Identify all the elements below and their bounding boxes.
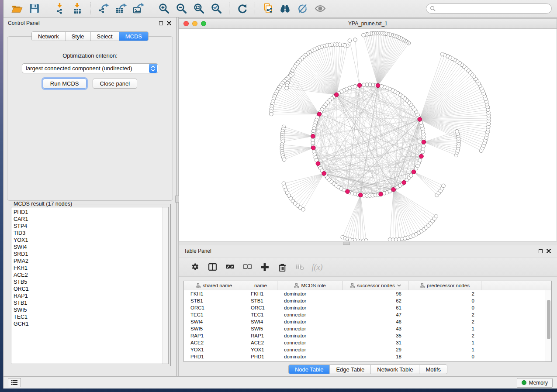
table-row[interactable]: FKH1FKH1dominator962 [184,290,546,297]
show-annotations-icon[interactable] [314,2,327,15]
network-node[interactable] [388,189,392,193]
mcds-result-item[interactable]: CAR1 [11,216,168,223]
table-cell[interactable]: 1 [408,346,481,353]
mcds-result-item[interactable]: SWI5 [11,306,168,313]
table-row[interactable]: ACE2ACE2connector311 [184,339,546,346]
table-cell[interactable]: dominator [277,290,343,297]
close-panel-button[interactable]: Close panel [93,79,138,89]
table-cell[interactable]: 35 [343,332,408,339]
table-cell[interactable]: dominator [277,304,343,311]
mcds-hub-node[interactable] [317,112,322,117]
table-cell[interactable]: RAP1 [184,332,244,339]
binoculars-icon[interactable] [279,2,292,15]
table-cell[interactable]: dominator [277,353,343,360]
network-graph[interactable] [179,29,557,241]
deselect-all-icon[interactable] [240,261,255,274]
run-mcds-button[interactable]: Run MCDS [43,79,86,89]
delete-column-icon[interactable] [275,261,290,274]
table-cell[interactable]: 2 [408,311,481,318]
network-node[interactable] [434,214,438,218]
close-panel-icon[interactable] [167,21,171,25]
table-cell[interactable]: 18 [343,353,408,360]
memory-button[interactable]: Memory [517,378,553,388]
refresh-view-icon[interactable] [235,2,249,15]
mcds-hub-node[interactable] [334,93,339,97]
table-cell[interactable]: dominator [277,297,343,304]
table-row[interactable]: ORC1ORC1dominator610 [184,304,546,311]
table-cell[interactable]: PHD1 [184,353,244,360]
table-cell[interactable]: RAP1 [244,332,277,339]
table-row[interactable]: TEC1TEC1connector472 [184,311,546,318]
table-cell[interactable]: SWI5 [184,325,244,332]
table-cell[interactable]: STB1 [184,297,244,304]
mcds-result-item[interactable]: PHD1 [11,209,168,216]
optimization-criterion-dropdown[interactable]: largest connected component (undirected) [22,63,158,73]
table-cell[interactable]: 0 [408,297,481,304]
search-box[interactable] [426,3,552,14]
tab-network[interactable]: Network [32,32,66,41]
table-cell[interactable]: STB1 [244,297,277,304]
export-network-icon[interactable] [97,2,110,15]
table-cell[interactable]: connector [277,339,343,346]
close-window-icon[interactable] [183,21,189,26]
network-node[interactable] [301,207,305,211]
mcds-list-scrollbar[interactable] [163,207,168,364]
table-row[interactable]: SWI4SWI4dominator462 [184,318,546,325]
mcds-hub-node[interactable] [346,189,350,194]
table-cell[interactable]: 31 [343,339,408,346]
table-cell[interactable]: ACE2 [184,339,244,346]
table-cell[interactable]: 2 [408,332,481,339]
table-cell[interactable]: ORC1 [184,304,244,311]
add-column-icon[interactable] [257,261,272,274]
table-cell[interactable]: ORC1 [244,304,277,311]
network-node[interactable] [362,33,366,37]
network-node[interactable] [362,83,366,87]
split-panel-icon[interactable] [205,261,220,274]
table-row[interactable]: RAP1RAP1dominator352 [184,332,546,339]
mcds-hub-node[interactable] [402,181,406,185]
table-row[interactable]: SWI5SWI5connector431 [184,325,546,332]
table-cell[interactable]: SWI5 [244,325,277,332]
tab-node-table[interactable]: Node Table [289,365,330,374]
network-node[interactable] [348,39,352,43]
mcds-result-item[interactable]: STB1 [11,299,168,306]
close-table-panel-icon[interactable] [547,249,551,253]
export-table-icon[interactable] [114,2,127,15]
mcds-hub-node[interactable] [418,117,422,122]
import-network-icon[interactable] [53,2,66,15]
import-table-icon[interactable] [71,2,84,15]
network-canvas[interactable] [179,29,557,241]
maximize-window-icon[interactable] [201,21,206,26]
table-cell[interactable]: 0 [408,304,481,311]
mcds-result-item[interactable]: RAP1 [11,292,168,299]
network-node[interactable] [270,112,273,116]
mcds-result-item[interactable]: SWI4 [11,244,168,251]
table-row[interactable]: STB1STB1dominator620 [184,297,546,304]
table-row[interactable]: YOX1YOX1connector291 [184,346,546,353]
table-cell[interactable]: FKH1 [244,290,277,297]
mcds-hub-node[interactable] [391,187,396,192]
mcds-result-item[interactable]: SRD1 [11,251,168,258]
network-node[interactable] [364,239,368,241]
save-session-icon[interactable] [28,2,41,15]
table-cell[interactable]: PHD1 [244,353,277,360]
network-node[interactable] [353,38,357,42]
attribute-settings-icon[interactable] [187,261,202,274]
zoom-selected-icon[interactable] [210,2,223,15]
mcds-hub-node[interactable] [322,172,326,176]
table-cell[interactable]: SWI4 [184,318,244,325]
mcds-hub-node[interactable] [311,146,315,150]
mcds-hub-node[interactable] [376,83,380,88]
mcds-result-item[interactable]: TID3 [11,230,168,237]
mcds-result-item[interactable]: YOX1 [11,237,168,244]
mcds-result-item[interactable]: ORC1 [11,285,168,292]
copy-network-icon[interactable] [261,2,274,15]
table-scrollbar-thumb[interactable] [547,300,550,339]
network-node[interactable] [455,129,459,133]
mcds-hub-node[interactable] [419,154,424,158]
mcds-hub-node[interactable] [379,192,383,196]
column-header-MCDS-role[interactable]: MCDS role [277,281,343,290]
column-header-name[interactable]: name [244,281,277,290]
float-table-panel-icon[interactable] [539,249,543,253]
table-cell[interactable]: 61 [343,304,408,311]
